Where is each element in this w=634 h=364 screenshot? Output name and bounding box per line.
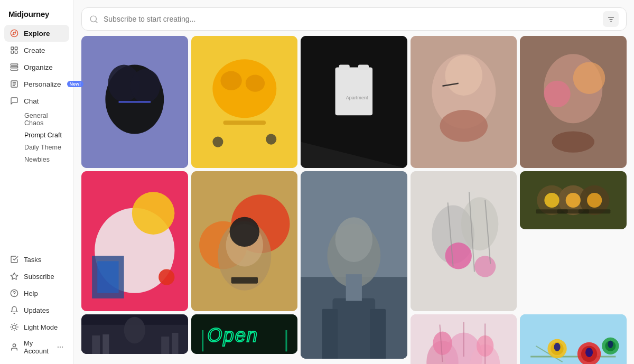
gallery-item-14[interactable]	[520, 314, 627, 364]
sidebar-item-updates[interactable]: Updates	[4, 302, 69, 319]
gallery-image-5	[520, 36, 627, 168]
gallery-item-1[interactable]	[81, 36, 188, 168]
svg-point-53	[440, 110, 488, 142]
sidebar-nav: Explore Create Organize	[0, 25, 73, 247]
sidebar-bottom: Tasks Subscribe Help	[0, 247, 73, 364]
message-circle-icon	[10, 96, 19, 106]
svg-point-25	[62, 347, 63, 347]
filter-button[interactable]	[603, 11, 619, 27]
chat-subitem-daily-theme[interactable]: Daily Theme	[20, 142, 69, 153]
gallery-image-10	[520, 171, 627, 229]
svg-point-78	[335, 217, 373, 262]
svg-rect-6	[11, 64, 17, 66]
svg-rect-45	[339, 64, 350, 70]
gallery-item-5[interactable]	[520, 36, 627, 168]
svg-point-57	[544, 81, 571, 107]
gallery-image-1	[81, 36, 188, 168]
svg-rect-8	[11, 69, 17, 70]
gallery-grid: Apartment	[81, 36, 627, 364]
svg-point-56	[573, 62, 605, 94]
search-icon	[89, 15, 98, 24]
sidebar-item-tasks[interactable]: Tasks	[4, 251, 69, 268]
svg-rect-75	[322, 309, 338, 359]
sidebar-item-explore-label: Explore	[24, 30, 50, 38]
gallery-image-6	[81, 171, 188, 311]
svg-point-93	[566, 193, 581, 208]
svg-line-27	[96, 21, 97, 22]
sidebar-item-personalize-label: Personalize	[24, 80, 61, 88]
svg-line-17	[16, 329, 17, 330]
svg-rect-74	[333, 298, 376, 359]
gallery-item-10[interactable]	[520, 171, 627, 229]
plus-circle-icon	[10, 45, 19, 55]
svg-rect-46	[358, 64, 369, 70]
gallery-item-7[interactable]	[191, 171, 298, 311]
gallery-item-11[interactable]	[81, 314, 188, 354]
svg-text:Open: Open	[207, 324, 258, 346]
gallery-image-11	[81, 314, 188, 354]
svg-point-84	[474, 256, 496, 277]
gallery-item-8[interactable]	[301, 171, 407, 359]
svg-point-37	[212, 59, 276, 118]
sidebar-item-subscribe[interactable]: Subscribe	[4, 268, 69, 285]
sidebar-item-personalize[interactable]: Personalize New!	[4, 76, 69, 92]
svg-rect-2	[11, 47, 14, 50]
svg-line-21	[16, 324, 17, 325]
svg-line-16	[12, 324, 12, 325]
svg-marker-10	[11, 273, 17, 279]
svg-point-13	[13, 325, 16, 329]
svg-point-61	[132, 192, 175, 235]
chat-subitem-newbies[interactable]: Newbies	[20, 154, 69, 165]
gallery-item-12[interactable]: Open	[191, 314, 298, 354]
svg-point-39	[245, 75, 264, 92]
gallery-image-8	[301, 171, 407, 359]
svg-point-83	[445, 242, 471, 269]
svg-rect-76	[370, 309, 386, 359]
svg-rect-40	[223, 120, 266, 125]
gallery-item-13[interactable]	[411, 314, 517, 364]
svg-point-129	[608, 341, 613, 348]
search-bar	[81, 7, 627, 31]
svg-point-42	[266, 134, 276, 144]
help-circle-icon	[10, 288, 19, 298]
personalize-badge: New!	[67, 81, 84, 87]
chat-subitem-prompt-craft[interactable]: Prompt Craft	[20, 129, 69, 141]
svg-marker-1	[13, 32, 16, 35]
svg-point-38	[220, 71, 241, 90]
svg-point-126	[585, 348, 593, 357]
sidebar-item-account[interactable]: My Account	[4, 335, 69, 359]
sidebar-item-light-mode[interactable]: Light Mode	[4, 319, 69, 335]
check-square-icon	[10, 255, 19, 264]
sidebar-item-explore[interactable]: Explore	[4, 25, 69, 42]
gallery: Apartment	[74, 36, 634, 364]
svg-text:Apartment: Apartment	[346, 95, 368, 100]
sidebar-item-help[interactable]: Help	[4, 285, 69, 302]
app-logo: Midjourney	[0, 0, 73, 25]
sidebar-item-organize[interactable]: Organize	[4, 59, 69, 76]
svg-line-20	[12, 329, 12, 330]
svg-rect-71	[231, 277, 257, 284]
svg-point-51	[445, 55, 482, 96]
gallery-item-4[interactable]	[411, 36, 517, 168]
svg-point-82	[461, 197, 499, 250]
sidebar-item-chat[interactable]: Chat	[4, 92, 69, 109]
gallery-image-4	[411, 36, 517, 168]
chat-subitem-general-chaos[interactable]: General Chaos	[20, 110, 69, 129]
svg-point-92	[545, 193, 560, 208]
gallery-image-3: Apartment	[301, 36, 407, 168]
svg-point-70	[229, 217, 259, 247]
svg-rect-108	[285, 330, 287, 351]
sidebar-item-light-mode-label: Light Mode	[24, 323, 58, 331]
gallery-item-6[interactable]	[81, 171, 188, 311]
sun-icon	[10, 322, 19, 332]
search-input[interactable]	[104, 15, 598, 23]
gallery-item-9[interactable]	[411, 171, 517, 311]
gallery-item-2[interactable]	[191, 36, 298, 168]
svg-rect-4	[11, 51, 14, 53]
star-icon	[10, 272, 19, 281]
gallery-image-7	[191, 171, 298, 311]
sidebar-item-create[interactable]: Create	[4, 42, 69, 59]
svg-point-0	[11, 30, 17, 36]
gallery-item-3[interactable]: Apartment	[301, 36, 407, 168]
sidebar-item-help-label: Help	[24, 290, 38, 297]
